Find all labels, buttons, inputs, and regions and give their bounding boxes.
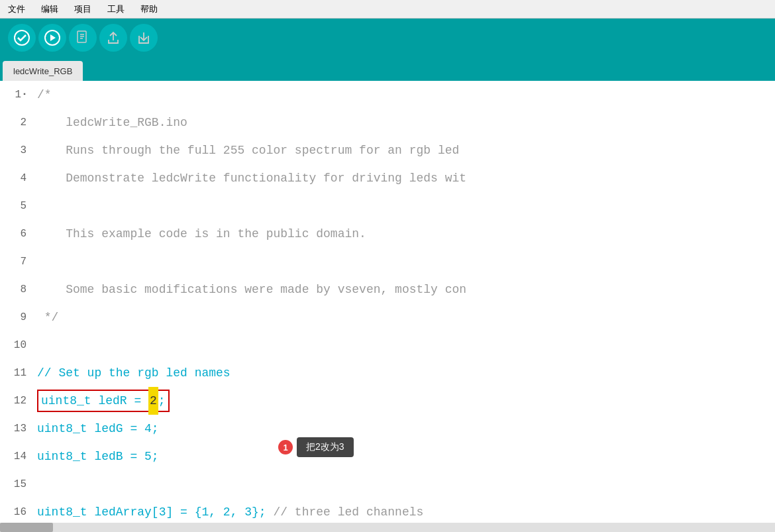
code-line-16: uint8_t ledArray[3] = {1, 2, 3}; // thre…	[37, 498, 775, 526]
code-area: 1 2 3 4 5 6 7 8 9 10 11 12 13 14 15 16 /…	[0, 81, 775, 526]
scrollbar-thumb[interactable]	[0, 523, 53, 532]
line-num-11: 11	[8, 359, 26, 387]
verify-button[interactable]	[8, 24, 36, 52]
line-num-14: 14	[8, 443, 26, 470]
code-lines: /* ledcWrite_RGB.ino Runs through the fu…	[32, 81, 775, 526]
upload-icon	[106, 30, 121, 45]
line-num-5: 5	[8, 192, 26, 220]
code-line-8: Some basic modifications were made by vs…	[37, 276, 775, 303]
line-num-16: 16	[8, 498, 26, 526]
line-numbers: 1 2 3 4 5 6 7 8 9 10 11 12 13 14 15 16	[0, 81, 32, 526]
toolbar	[0, 19, 775, 57]
line-num-4: 4	[8, 164, 26, 192]
tab-bar: ledcWrite_RGB	[0, 57, 775, 81]
upload-button[interactable]	[38, 24, 66, 52]
code-line-4: Demonstrate ledcWrite functionality for …	[37, 164, 775, 192]
line-num-3: 3	[8, 136, 26, 164]
code-line-16-main: uint8_t ledArray[3] = {1, 2, 3};	[37, 498, 273, 526]
check-icon	[14, 30, 30, 46]
line-num-8: 8	[8, 276, 26, 303]
tooltip-popup: 1 把2改为3	[278, 437, 354, 457]
code-line-16-comment: // three led channels	[273, 498, 423, 526]
menu-tools[interactable]: 工具	[105, 2, 127, 17]
line-12-highlight-box: uint8_t ledR = 2;	[37, 390, 170, 412]
tab-ledcwrite-rgb[interactable]: ledcWrite_RGB	[3, 61, 83, 81]
line-num-7: 7	[8, 248, 26, 276]
code-line-9: */	[37, 303, 775, 331]
line-num-6: 6	[8, 220, 26, 248]
menu-file[interactable]: 文件	[5, 2, 28, 17]
code-line-12-pre: uint8_t ledR =	[41, 387, 148, 415]
line-num-12: 12	[8, 387, 26, 415]
menu-edit[interactable]: 编辑	[38, 2, 61, 17]
code-line-1: /*	[37, 81, 775, 109]
code-line-6: This example code is in the public domai…	[37, 220, 775, 248]
code-line-7	[37, 248, 775, 276]
code-line-12-post: ;	[158, 387, 166, 415]
code-line-12: uint8_t ledR = 2;	[37, 387, 775, 415]
line-num-15: 15	[8, 470, 26, 498]
code-line-11: // Set up the rgb led names	[37, 359, 775, 387]
save-button[interactable]	[130, 24, 158, 52]
code-line-10	[37, 331, 775, 359]
code-line-2: ledcWrite_RGB.ino	[37, 109, 775, 136]
tooltip-text: 把2改为3	[297, 437, 354, 457]
code-value-2: 2	[148, 387, 158, 415]
line-num-9: 9	[8, 303, 26, 331]
line-num-2: 2	[8, 109, 26, 136]
open-button[interactable]	[99, 24, 127, 52]
new-file-icon	[76, 30, 90, 45]
line-num-1: 1	[8, 81, 26, 109]
arrow-right-icon	[44, 30, 60, 46]
tooltip-badge: 1	[278, 440, 293, 454]
code-line-13: uint8_t ledG = 4;	[37, 415, 775, 443]
menu-project[interactable]: 项目	[72, 2, 94, 17]
code-line-15	[37, 470, 775, 498]
line-num-13: 13	[8, 415, 26, 443]
new-button[interactable]	[69, 24, 97, 52]
menu-help[interactable]: 帮助	[138, 2, 160, 17]
download-icon	[136, 30, 151, 45]
code-line-14: uint8_t ledB = 5;	[37, 443, 775, 470]
editor: 1 2 3 4 5 6 7 8 9 10 11 12 13 14 15 16 /…	[0, 81, 775, 532]
menu-bar: 文件 编辑 项目 工具 帮助	[0, 0, 775, 19]
horizontal-scrollbar[interactable]	[0, 523, 775, 532]
line-num-10: 10	[8, 331, 26, 359]
code-line-3: Runs through the full 255 color spectrum…	[37, 136, 775, 164]
svg-point-0	[15, 30, 29, 45]
code-line-5	[37, 192, 775, 220]
